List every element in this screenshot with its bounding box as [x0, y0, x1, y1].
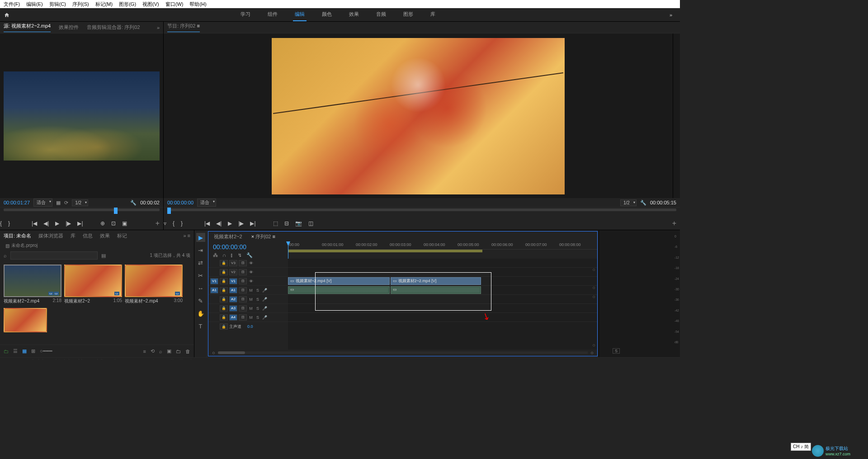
tab-media-browser[interactable]: 媒体浏览器	[38, 232, 63, 239]
tab-project[interactable]: 项目: 未命名	[4, 232, 31, 239]
marker-tool-icon[interactable]: ⫿	[231, 252, 233, 258]
find-icon[interactable]: ⌕	[159, 349, 162, 354]
menu-edit[interactable]: 编辑(E)	[26, 1, 43, 8]
new-item-icon[interactable]: ▣	[167, 348, 171, 354]
timeline-ruler[interactable]: :00:00 00:00:01:00 00:00:02:00 00:00:03:…	[288, 241, 597, 259]
track-header-a2[interactable]: A2⊡MS🎤	[208, 295, 288, 304]
source-resolution-icon[interactable]: ⟳	[64, 200, 68, 206]
zoom-slider[interactable]: ○━━━	[40, 348, 52, 354]
mic-icon[interactable]: 🎤	[262, 288, 267, 293]
prog-extract-icon[interactable]: ⊟	[284, 220, 289, 227]
prog-step-back-icon[interactable]: ◀|	[216, 220, 222, 227]
prog-marker-icon[interactable]: ▿	[164, 220, 166, 227]
project-item[interactable]: ▭ 视频素材~2.mp43:00	[125, 265, 183, 305]
prog-lift-icon[interactable]: ⬚	[273, 220, 278, 227]
menu-clip[interactable]: 剪辑(C)	[49, 1, 66, 8]
go-out-icon[interactable]: ▶|	[77, 220, 83, 227]
prog-go-out-icon[interactable]: ▶|	[250, 220, 255, 227]
trash-icon[interactable]: 🗑	[185, 349, 190, 354]
track-header-master[interactable]: 主声道0.0	[208, 322, 288, 331]
mark-in-icon[interactable]: {	[0, 220, 2, 227]
menu-help[interactable]: 帮助(H)	[189, 1, 206, 8]
ws-editing[interactable]: 编辑	[293, 8, 307, 21]
wrench-icon[interactable]: 🔧	[130, 200, 137, 206]
tab-program[interactable]: 节目: 序列02 ≡	[167, 23, 200, 32]
program-scrubber[interactable]	[164, 207, 680, 217]
source-tabs-overflow[interactable]: »	[157, 25, 160, 30]
track-header-a3[interactable]: A3⊡MS🎤	[208, 304, 288, 313]
source-settings-icon[interactable]: ▦	[56, 200, 61, 206]
vscroll-handle[interactable]: ○	[592, 267, 595, 272]
ws-color[interactable]: 颜色	[320, 8, 334, 21]
proj-overflow[interactable]: » ≡	[183, 233, 190, 238]
tab-info[interactable]: 信息	[83, 232, 93, 239]
tl-wrench-icon[interactable]: 🔧	[246, 252, 253, 258]
icon-view-icon[interactable]: ▦	[22, 348, 27, 354]
ws-learn[interactable]: 学习	[239, 8, 252, 21]
go-in-icon[interactable]: |◀	[32, 220, 37, 227]
project-item[interactable]: ▭▭ 视频素材2~2.mp42:18	[4, 265, 61, 305]
ws-assembly[interactable]: 组件	[266, 8, 279, 21]
program-tc-in[interactable]: 00:00:00:00	[167, 200, 193, 205]
track-header-v1[interactable]: V1V1⊡👁	[208, 277, 288, 286]
menu-window[interactable]: 窗口(W)	[165, 1, 184, 8]
project-search-input[interactable]	[10, 251, 98, 260]
tl-tab-2[interactable]: × 序列02 ≡	[251, 233, 275, 240]
work-area-bar[interactable]	[288, 250, 482, 252]
prog-step-fwd-icon[interactable]: |▶	[238, 220, 244, 227]
track-select-tool-icon[interactable]: ⇥	[196, 246, 205, 255]
prog-go-in-icon[interactable]: |◀	[204, 220, 210, 227]
automate-icon[interactable]: ⟲	[151, 348, 155, 354]
track-header-v2[interactable]: V2⊡👁	[208, 268, 288, 277]
vscroll-handle[interactable]: ○	[592, 285, 595, 290]
prog-mark-out-icon[interactable]: }	[181, 220, 183, 227]
menu-file[interactable]: 文件(F)	[4, 1, 20, 8]
timeline-playhead[interactable]	[288, 241, 288, 259]
export-frame-icon[interactable]: ▣	[122, 220, 127, 227]
pen-tool-icon[interactable]: ✎	[196, 296, 205, 305]
tab-effect-controls[interactable]: 效果控件	[59, 24, 79, 31]
overwrite-icon[interactable]: ⊡	[111, 220, 116, 227]
source-tc-in[interactable]: 00:00:01:27	[4, 200, 30, 205]
hand-tool-icon[interactable]: ✋	[196, 309, 205, 318]
program-wrench-icon[interactable]: 🔧	[640, 200, 646, 206]
menu-view[interactable]: 视图(V)	[142, 1, 159, 8]
prog-play-icon[interactable]: ▶	[228, 220, 232, 227]
program-playhead[interactable]	[167, 208, 171, 214]
ws-libraries[interactable]: 库	[429, 8, 437, 21]
tab-effects[interactable]: 效果	[100, 232, 110, 239]
lock-icon[interactable]	[220, 260, 228, 266]
play-icon[interactable]: ▶	[55, 220, 59, 227]
menu-graphics[interactable]: 图形(G)	[119, 1, 136, 8]
prog-camera-icon[interactable]: 📷	[295, 220, 302, 227]
tab-source[interactable]: 源: 视频素材2~2.mp4	[4, 23, 51, 32]
prog-compare-icon[interactable]: ◫	[308, 220, 313, 227]
mark-out-icon[interactable]: }	[8, 220, 10, 227]
program-fit-dropdown[interactable]: 适合	[197, 199, 216, 207]
sort-icon[interactable]: ≡	[143, 349, 146, 354]
project-item[interactable]: ▭ 视频素材2~21:05	[64, 265, 122, 305]
vscroll-handle[interactable]: ○	[592, 342, 595, 348]
link-icon[interactable]: ∩	[222, 252, 226, 258]
freeform-view-icon[interactable]: ⊞	[31, 348, 35, 354]
source-viewport[interactable]	[0, 33, 163, 198]
source-fit-dropdown[interactable]: 适合	[33, 199, 52, 207]
tab-libraries[interactable]: 库	[71, 232, 75, 239]
home-button[interactable]	[0, 8, 14, 22]
tab-markers[interactable]: 标记	[117, 232, 127, 239]
step-back-icon[interactable]: ◀|	[43, 220, 49, 227]
tab-audio-mixer[interactable]: 音频剪辑混合器: 序列02	[87, 24, 140, 31]
tl-tab-1[interactable]: 视频素材2~2	[214, 233, 242, 240]
insert-icon[interactable]: ⊕	[100, 220, 105, 227]
tl-settings-icon[interactable]: ↯	[238, 252, 242, 258]
program-zoom-dropdown[interactable]: 1/2	[620, 199, 637, 206]
ripple-tool-icon[interactable]: ⇄	[196, 258, 205, 267]
ws-audio[interactable]: 音频	[374, 8, 388, 21]
ws-graphics[interactable]: 图形	[401, 8, 415, 21]
program-viewport[interactable]	[164, 33, 673, 198]
prog-mark-in-icon[interactable]: {	[173, 220, 175, 227]
step-fwd-icon[interactable]: |▶	[66, 220, 71, 227]
timeline-hscroll[interactable]: ○ ○	[208, 350, 597, 356]
timeline-content[interactable]: ▭ 视频素材~2.mp4 [V] ▭ 视频素材2~2.mp4 [V] ▭ ▭ ↘…	[288, 259, 597, 350]
menu-marker[interactable]: 标记(M)	[95, 1, 113, 8]
